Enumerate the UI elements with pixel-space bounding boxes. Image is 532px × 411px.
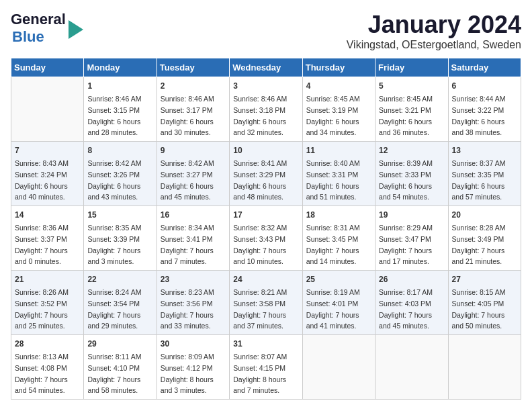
cell-content: Sunrise: 8:46 AM Sunset: 3:17 PM Dayligh… [161,95,214,136]
day-number: 28 [15,338,80,350]
day-number: 30 [161,338,226,350]
cell-content: Sunrise: 8:15 AM Sunset: 4:05 PM Dayligh… [452,288,506,330]
cell-content: Sunrise: 8:31 AM Sunset: 3:45 PM Dayligh… [306,224,360,265]
cell-content: Sunrise: 8:07 AM Sunset: 4:15 PM Dayligh… [233,353,287,394]
day-number: 4 [306,80,371,92]
calendar-cell: 30 Sunrise: 8:09 AM Sunset: 4:12 PM Dayl… [157,335,229,400]
logo-general: General [11,11,66,28]
calendar-cell: 26 Sunrise: 8:17 AM Sunset: 4:03 PM Dayl… [375,271,448,335]
cell-content: Sunrise: 8:45 AM Sunset: 3:19 PM Dayligh… [306,95,360,136]
calendar-cell: 9 Sunrise: 8:42 AM Sunset: 3:27 PM Dayli… [157,142,229,206]
day-number: 19 [379,209,444,221]
day-number: 24 [233,273,298,285]
day-number: 1 [87,80,152,92]
calendar-cell: 15 Sunrise: 8:35 AM Sunset: 3:39 PM Dayl… [84,206,157,271]
cell-content: Sunrise: 8:26 AM Sunset: 3:52 PM Dayligh… [15,288,69,330]
cell-content: Sunrise: 8:36 AM Sunset: 3:37 PM Dayligh… [15,224,69,265]
calendar-cell: 24 Sunrise: 8:21 AM Sunset: 3:58 PM Dayl… [230,271,302,335]
calendar-cell: 28 Sunrise: 8:13 AM Sunset: 4:08 PM Dayl… [11,335,84,400]
cell-content: Sunrise: 8:42 AM Sunset: 3:26 PM Dayligh… [87,159,141,201]
cell-content: Sunrise: 8:32 AM Sunset: 3:43 PM Dayligh… [233,224,287,265]
cell-content: Sunrise: 8:42 AM Sunset: 3:27 PM Dayligh… [161,159,214,201]
day-number: 9 [161,144,226,156]
title-area: January 2024 Vikingstad, OEstergoetland,… [347,11,521,51]
calendar-cell: 19 Sunrise: 8:29 AM Sunset: 3:47 PM Dayl… [375,206,448,271]
logo-arrow-icon [69,20,83,39]
calendar-cell: 6 Sunrise: 8:44 AM Sunset: 3:22 PM Dayli… [448,77,521,142]
week-row-2: 7 Sunrise: 8:43 AM Sunset: 3:24 PM Dayli… [11,142,521,206]
calendar-cell: 21 Sunrise: 8:26 AM Sunset: 3:52 PM Dayl… [11,271,84,335]
header-cell-wednesday: Wednesday [230,58,302,77]
day-number: 22 [87,273,152,285]
day-number: 18 [306,209,371,221]
cell-content: Sunrise: 8:11 AM Sunset: 4:10 PM Dayligh… [87,353,141,394]
cell-content: Sunrise: 8:40 AM Sunset: 3:31 PM Dayligh… [306,159,360,201]
day-number: 17 [233,209,298,221]
calendar-cell [448,335,521,400]
day-number: 14 [15,209,80,221]
week-row-4: 21 Sunrise: 8:26 AM Sunset: 3:52 PM Dayl… [11,271,521,335]
month-title: January 2024 [347,11,521,39]
day-number: 16 [161,209,226,221]
calendar-cell: 7 Sunrise: 8:43 AM Sunset: 3:24 PM Dayli… [11,142,84,206]
day-number: 6 [452,80,517,92]
location-subtitle: Vikingstad, OEstergoetland, Sweden [347,39,521,51]
day-number: 13 [452,144,517,156]
cell-content: Sunrise: 8:35 AM Sunset: 3:39 PM Dayligh… [87,224,141,265]
calendar-cell: 25 Sunrise: 8:19 AM Sunset: 4:01 PM Dayl… [302,271,375,335]
day-number: 7 [15,144,80,156]
cell-content: Sunrise: 8:21 AM Sunset: 3:58 PM Dayligh… [233,288,287,330]
calendar-cell: 11 Sunrise: 8:40 AM Sunset: 3:31 PM Dayl… [302,142,375,206]
page-header: General Blue January 2024 Vikingstad, OE… [11,11,521,51]
day-number: 26 [379,273,444,285]
cell-content: Sunrise: 8:28 AM Sunset: 3:49 PM Dayligh… [452,224,506,265]
header-cell-friday: Friday [375,58,448,77]
cell-content: Sunrise: 8:09 AM Sunset: 4:12 PM Dayligh… [161,353,214,394]
cell-content: Sunrise: 8:37 AM Sunset: 3:35 PM Dayligh… [452,159,506,201]
calendar-cell: 22 Sunrise: 8:24 AM Sunset: 3:54 PM Dayl… [84,271,157,335]
calendar-cell: 10 Sunrise: 8:41 AM Sunset: 3:29 PM Dayl… [230,142,302,206]
day-number: 25 [306,273,371,285]
day-number: 3 [233,80,298,92]
calendar-cell: 17 Sunrise: 8:32 AM Sunset: 3:43 PM Dayl… [230,206,302,271]
cell-content: Sunrise: 8:43 AM Sunset: 3:24 PM Dayligh… [15,159,69,201]
calendar-cell: 16 Sunrise: 8:34 AM Sunset: 3:41 PM Dayl… [157,206,229,271]
cell-content: Sunrise: 8:46 AM Sunset: 3:18 PM Dayligh… [233,95,287,136]
day-number: 8 [87,144,152,156]
header-cell-saturday: Saturday [448,58,521,77]
day-number: 5 [379,80,444,92]
calendar-cell: 3 Sunrise: 8:46 AM Sunset: 3:18 PM Dayli… [230,77,302,142]
logo-blue: Blue [12,28,44,45]
cell-content: Sunrise: 8:41 AM Sunset: 3:29 PM Dayligh… [233,159,287,201]
calendar-cell: 27 Sunrise: 8:15 AM Sunset: 4:05 PM Dayl… [448,271,521,335]
calendar-cell: 14 Sunrise: 8:36 AM Sunset: 3:37 PM Dayl… [11,206,84,271]
cell-content: Sunrise: 8:44 AM Sunset: 3:22 PM Dayligh… [452,95,506,136]
week-row-3: 14 Sunrise: 8:36 AM Sunset: 3:37 PM Dayl… [11,206,521,271]
calendar-header: SundayMondayTuesdayWednesdayThursdayFrid… [11,58,521,77]
header-cell-tuesday: Tuesday [157,58,229,77]
cell-content: Sunrise: 8:46 AM Sunset: 3:15 PM Dayligh… [87,95,141,136]
calendar-cell: 18 Sunrise: 8:31 AM Sunset: 3:45 PM Dayl… [302,206,375,271]
header-cell-monday: Monday [84,58,157,77]
calendar-cell [375,335,448,400]
day-number: 23 [161,273,226,285]
day-number: 27 [452,273,517,285]
calendar-cell: 5 Sunrise: 8:45 AM Sunset: 3:21 PM Dayli… [375,77,448,142]
calendar-cell [302,335,375,400]
cell-content: Sunrise: 8:45 AM Sunset: 3:21 PM Dayligh… [379,95,433,136]
day-number: 21 [15,273,80,285]
cell-content: Sunrise: 8:39 AM Sunset: 3:33 PM Dayligh… [379,159,433,201]
cell-content: Sunrise: 8:13 AM Sunset: 4:08 PM Dayligh… [15,353,69,394]
calendar-cell: 2 Sunrise: 8:46 AM Sunset: 3:17 PM Dayli… [157,77,229,142]
cell-content: Sunrise: 8:34 AM Sunset: 3:41 PM Dayligh… [161,224,214,265]
logo: General Blue [11,11,83,46]
day-number: 15 [87,209,152,221]
day-number: 2 [161,80,226,92]
cell-content: Sunrise: 8:17 AM Sunset: 4:03 PM Dayligh… [379,288,433,330]
calendar-cell: 13 Sunrise: 8:37 AM Sunset: 3:35 PM Dayl… [448,142,521,206]
week-row-1: 1 Sunrise: 8:46 AM Sunset: 3:15 PM Dayli… [11,77,521,142]
header-row: SundayMondayTuesdayWednesdayThursdayFrid… [11,58,521,77]
calendar-cell [11,77,84,142]
header-cell-thursday: Thursday [302,58,375,77]
calendar-cell: 31 Sunrise: 8:07 AM Sunset: 4:15 PM Dayl… [230,335,302,400]
